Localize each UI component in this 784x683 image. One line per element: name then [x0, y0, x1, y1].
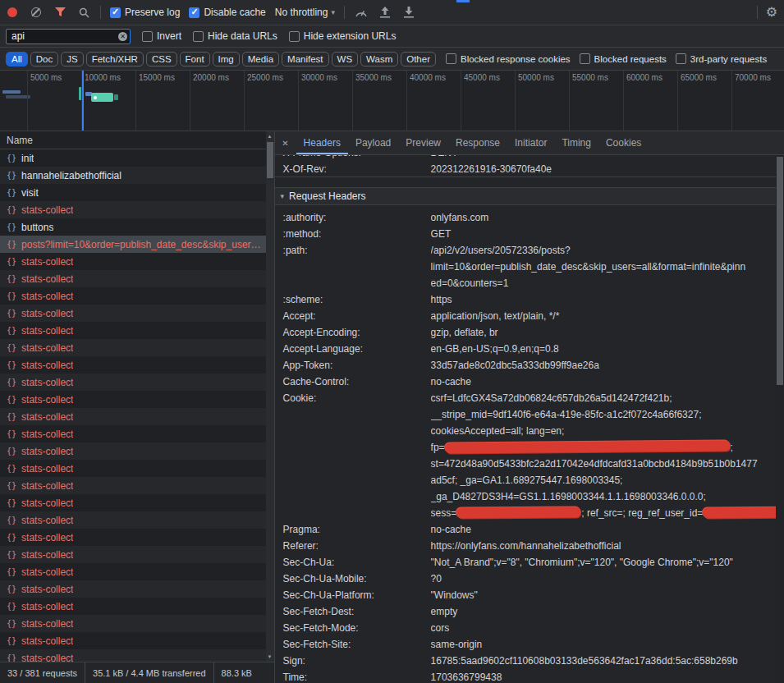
- header-name: Sign:: [275, 653, 431, 669]
- disable-cache-checkbox[interactable]: Disable cache: [189, 7, 265, 18]
- request-row[interactable]: {}stats-collect: [0, 511, 274, 529]
- invert-checkbox[interactable]: Invert: [142, 30, 181, 42]
- blocked-requests-input[interactable]: [580, 53, 590, 64]
- request-row[interactable]: {}stats-collect: [0, 322, 274, 339]
- 3rd-party-requests-checkbox[interactable]: 3rd-party requests: [676, 53, 767, 64]
- hide-data-urls-checkbox[interactable]: Hide data URLs: [193, 30, 277, 42]
- blocked-requests-checkbox[interactable]: Blocked requests: [580, 53, 667, 64]
- request-row[interactable]: {}stats-collect: [0, 305, 274, 322]
- preserve-log-input[interactable]: [110, 7, 121, 18]
- requests-count: 33 / 381 requests: [0, 662, 85, 683]
- timeline-label: 70000 ms: [735, 73, 771, 82]
- clear-button[interactable]: [29, 5, 44, 20]
- name-column-header[interactable]: Name: [0, 131, 274, 149]
- request-row[interactable]: {}posts?limit=10&order=publish_date_desc…: [0, 236, 274, 253]
- tab-initiator[interactable]: Initiator: [507, 131, 554, 154]
- import-har-button[interactable]: [378, 5, 392, 20]
- search-button[interactable]: [76, 5, 91, 20]
- request-row[interactable]: {}visit: [0, 184, 274, 201]
- filter-chip-js[interactable]: JS: [61, 52, 83, 66]
- filter-toggle-button[interactable]: [53, 5, 67, 20]
- request-row[interactable]: {}stats-collect: [0, 201, 274, 218]
- request-row[interactable]: {}stats-collect: [0, 374, 274, 391]
- filter-input[interactable]: [6, 29, 131, 44]
- request-row[interactable]: {}stats-collect: [0, 460, 274, 477]
- blocked-response-cookies-input[interactable]: [446, 53, 456, 64]
- scroll-down-icon[interactable]: ▼: [266, 654, 274, 659]
- disable-cache-input[interactable]: [189, 7, 199, 18]
- filter-chip-fetch-xhr[interactable]: Fetch/XHR: [86, 52, 144, 66]
- json-icon: {}: [7, 343, 16, 352]
- request-row[interactable]: {}stats-collect: [0, 356, 274, 374]
- request-row[interactable]: {}stats-collect: [0, 253, 274, 270]
- request-row[interactable]: {}hannahelizabethofficial: [0, 167, 274, 184]
- filter-chip-ws[interactable]: WS: [332, 52, 359, 66]
- header-name: Sec-Ch-Ua-Mobile:: [275, 571, 431, 587]
- clear-filter-icon[interactable]: ✕: [118, 32, 127, 41]
- request-row[interactable]: {}stats-collect: [0, 580, 274, 598]
- export-har-button[interactable]: [401, 5, 416, 20]
- filter-chip-media[interactable]: Media: [242, 52, 279, 66]
- hide-data-urls-input[interactable]: [193, 31, 204, 42]
- request-row[interactable]: {}stats-collect: [0, 477, 274, 494]
- timeline-label: 40000 ms: [410, 73, 446, 82]
- request-row[interactable]: {}stats-collect: [0, 615, 274, 632]
- header-value: https://onlyfans.com/hannahelizabethoffi…: [431, 538, 784, 554]
- request-name: init: [21, 153, 34, 164]
- throttling-dropdown[interactable]: No throttling ▾: [275, 7, 335, 18]
- header-name: X-Frame-Options:: [275, 155, 431, 161]
- scrollbar-thumb[interactable]: [777, 157, 783, 385]
- tab-response[interactable]: Response: [448, 131, 507, 154]
- 3rd-party-requests-input[interactable]: [676, 53, 686, 64]
- request-row[interactable]: {}stats-collect: [0, 546, 274, 563]
- filter-chip-img[interactable]: Img: [213, 52, 240, 66]
- preserve-log-checkbox[interactable]: Preserve log: [110, 7, 180, 18]
- filter-chip-manifest[interactable]: Manifest: [282, 52, 328, 66]
- request-headers-section[interactable]: ▾ Request Headers: [275, 187, 784, 205]
- hide-extension-urls-input[interactable]: [289, 31, 300, 42]
- filter-chip-other[interactable]: Other: [401, 52, 436, 66]
- tab-payload[interactable]: Payload: [348, 131, 398, 154]
- filter-chip-doc[interactable]: Doc: [30, 52, 58, 66]
- request-row[interactable]: {}stats-collect: [0, 425, 274, 442]
- request-row[interactable]: {}stats-collect: [0, 339, 274, 356]
- request-row[interactable]: {}stats-collect: [0, 270, 274, 287]
- scrollbar-thumb[interactable]: [267, 142, 273, 178]
- request-row[interactable]: {}stats-collect: [0, 649, 274, 662]
- blocked-response-cookies-checkbox[interactable]: Blocked response cookies: [446, 53, 571, 64]
- header-value-line: limit=10&order=publish_date_desc&skip_us…: [431, 259, 771, 275]
- request-row[interactable]: {}stats-collect: [0, 494, 274, 511]
- timeline-gridline: [352, 71, 353, 131]
- filter-chip-font[interactable]: Font: [180, 52, 210, 66]
- record-button[interactable]: [5, 5, 20, 20]
- tab-headers[interactable]: Headers: [296, 131, 348, 154]
- request-row[interactable]: {}buttons: [0, 218, 274, 236]
- request-name: stats-collect: [21, 256, 73, 268]
- request-row[interactable]: {}stats-collect: [0, 287, 274, 305]
- request-row[interactable]: {}stats-collect: [0, 598, 274, 615]
- header-value-line: ad5cf; _ga=GA1.1.689275447.1698003345;: [431, 472, 771, 488]
- close-icon[interactable]: ✕: [275, 131, 296, 154]
- request-row[interactable]: {}stats-collect: [0, 632, 274, 649]
- hide-extension-urls-checkbox[interactable]: Hide extension URLs: [289, 30, 397, 42]
- request-row[interactable]: {}stats-collect: [0, 563, 274, 580]
- request-row[interactable]: {}stats-collect: [0, 442, 274, 460]
- settings-gear-icon[interactable]: ⚙: [764, 5, 779, 20]
- invert-input[interactable]: [142, 31, 153, 42]
- tab-preview[interactable]: Preview: [398, 131, 448, 154]
- request-row[interactable]: {}stats-collect: [0, 408, 274, 425]
- filter-chip-css[interactable]: CSS: [146, 52, 177, 66]
- detail-scrollbar[interactable]: [776, 155, 784, 683]
- timeline-overview[interactable]: 5000 ms10000 ms15000 ms20000 ms25000 ms3…: [0, 71, 784, 131]
- filter-chip-all[interactable]: All: [6, 52, 28, 66]
- tab-cookies[interactable]: Cookies: [598, 131, 649, 154]
- request-row[interactable]: {}init: [0, 149, 274, 167]
- scroll-up-icon[interactable]: ▲: [266, 134, 274, 139]
- request-row[interactable]: {}stats-collect: [0, 529, 274, 546]
- json-icon: {}: [7, 360, 16, 369]
- requests-scrollbar[interactable]: ▲ ▼: [266, 131, 274, 662]
- filter-chip-wasm[interactable]: Wasm: [360, 52, 398, 66]
- tab-timing[interactable]: Timing: [554, 131, 598, 154]
- network-conditions-button[interactable]: [354, 5, 369, 20]
- request-row[interactable]: {}stats-collect: [0, 391, 274, 408]
